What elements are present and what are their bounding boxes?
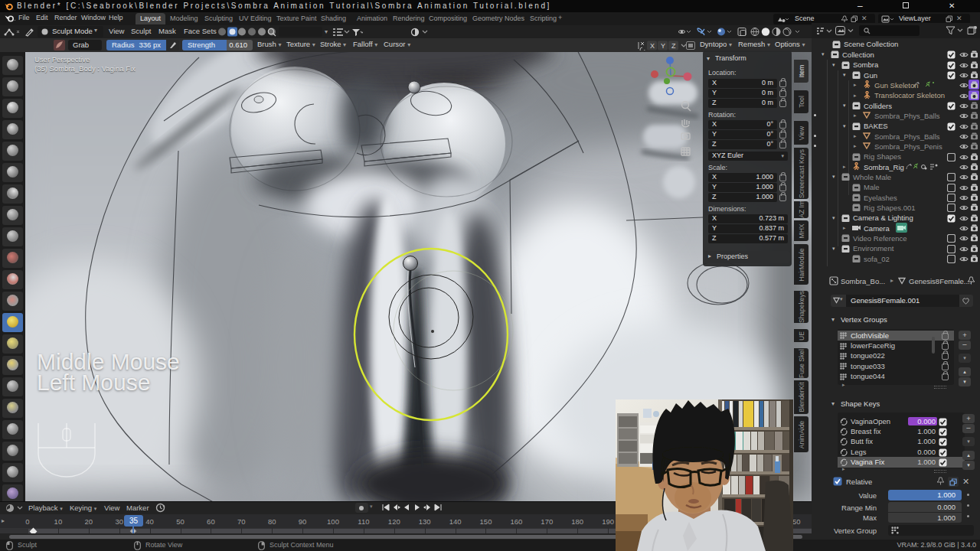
svg-text:Z: Z <box>671 42 676 50</box>
svg-text:X: X <box>650 42 655 50</box>
svg-text:Y: Y <box>661 42 665 50</box>
